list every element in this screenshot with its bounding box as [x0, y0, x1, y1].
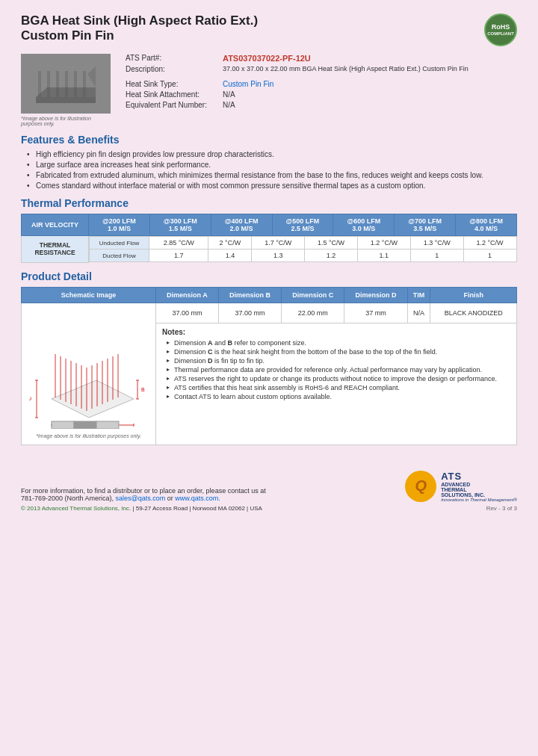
note-3: Dimension D is fin tip to fin tip.: [167, 357, 510, 365]
dim-d-header: Dimension D: [344, 287, 407, 303]
dim-b-value: 37.00 mm: [218, 303, 281, 323]
ducted-v5: 1.1: [357, 250, 410, 262]
dim-c-header: Dimension C: [282, 287, 344, 303]
rohs-text: RoHS: [492, 23, 510, 31]
footer: For more information, to find a distribu…: [21, 463, 517, 512]
thermal-resistance-label: THERMAL RESISTANCE: [22, 236, 89, 263]
product-detail-title: Product Detail: [21, 270, 517, 282]
finish-header: Finish: [430, 287, 517, 303]
ats-full2: THERMAL: [441, 487, 517, 492]
svg-rect-42: [74, 421, 96, 429]
header: BGA Heat Sink (High Aspect Ratio Ext.) C…: [21, 13, 517, 46]
tim-header: TIM: [407, 287, 430, 303]
ducted-label: Ducted Flow: [90, 250, 149, 262]
schematic-image-cell: C A B: [22, 303, 156, 444]
ducted-v1: 1.7: [149, 250, 208, 262]
note-6: ATS certifies that this heat sink assemb…: [167, 384, 510, 391]
dim-a-header: Dimension A: [156, 287, 219, 303]
website-link[interactable]: www.qats.com.: [175, 495, 220, 502]
col-300lfm: @300 LFM1.5 M/S: [149, 214, 211, 236]
ducted-v7: 1: [463, 250, 516, 262]
notes-section: Notes: Dimension A and B refer to compon…: [156, 323, 516, 406]
page: BGA Heat Sink (High Aspect Ratio Ext.) C…: [0, 0, 538, 756]
unducted-label: Unducted Flow: [90, 237, 149, 250]
dim-b-header: Dimension B: [218, 287, 281, 303]
footer-copyright: © 2013 Advanced Thermal Solutions, Inc. …: [21, 505, 266, 512]
notes-list: Dimension A and B refer to component siz…: [167, 339, 510, 400]
col-200lfm: @200 LFM1.0 M/S: [89, 214, 150, 236]
ats-tagline: Innovations in Thermal Management®: [441, 498, 517, 502]
desc-row: Description: 37.00 x 37.00 x 22.00 mm BG…: [126, 65, 517, 73]
thermal-title: Thermal Performance: [21, 197, 517, 209]
rohs-compliant: COMPLIANT: [487, 31, 514, 37]
title-line2: Custom Pin Fin: [21, 28, 258, 43]
unducted-v7: 1.2 °C/W: [463, 237, 516, 250]
svg-rect-43: [96, 421, 119, 429]
features-list: High efficiency pin fin design provides …: [27, 150, 517, 190]
attachment-value: N/A: [223, 90, 235, 99]
equiv-value: N/A: [223, 101, 235, 109]
contact-text: For more information, to find a distribu…: [21, 487, 266, 495]
tim-value: N/A: [407, 303, 430, 323]
note-5: ATS reserves the right to update or chan…: [167, 375, 510, 382]
ducted-v6: 1: [410, 250, 463, 262]
note-1: Dimension A and B refer to component siz…: [167, 339, 510, 347]
note-4: Thermal performance data are provided fo…: [167, 366, 510, 374]
part-label: ATS Part#:: [126, 54, 223, 63]
ats-full1: ADVANCED: [441, 482, 517, 487]
phone: 781-769-2000 (North America),: [21, 495, 114, 502]
ats-name: ATS: [441, 471, 517, 482]
col-600lfm: @600 LFM3.0 M/S: [333, 214, 395, 236]
unducted-v4: 1.5 °C/W: [305, 237, 358, 250]
svg-text:B: B: [141, 387, 145, 392]
unducted-v5: 1.2 °C/W: [357, 237, 410, 250]
notes-title: Notes:: [162, 328, 510, 336]
feature-item-3: Fabricated from extruded aluminum, which…: [27, 171, 517, 179]
part-number: ATS037037022-PF-12U: [223, 54, 311, 63]
contact-details: 781-769-2000 (North America), sales@qats…: [21, 495, 266, 502]
feature-item-4: Comes standard without interface materia…: [27, 182, 517, 190]
note-7: Contact ATS to learn about custom option…: [167, 393, 510, 400]
ats-full3: SOLUTIONS, INC.: [441, 492, 517, 498]
dim-d-value: 37 mm: [344, 303, 407, 323]
heatsink-svg: [25, 56, 107, 112]
product-image-box: [21, 54, 111, 114]
footer-left: For more information, to find a distribu…: [21, 487, 266, 512]
col-500lfm: @500 LFM2.5 M/S: [272, 214, 333, 236]
equiv-row: Equivalent Part Number: N/A: [126, 101, 517, 109]
svg-rect-0: [36, 97, 96, 103]
type-label: Heat Sink Type:: [126, 80, 223, 88]
equiv-label: Equivalent Part Number:: [126, 101, 223, 109]
ats-logo-text: ATS ADVANCED THERMAL SOLUTIONS, INC. Inn…: [441, 471, 517, 502]
ats-logo-circle: Q: [405, 471, 436, 502]
air-velocity-header: AIR VELOCITY: [22, 214, 89, 236]
product-detail-table: Schematic Image Dimension A Dimension B …: [21, 287, 517, 445]
svg-marker-15: [52, 380, 134, 418]
type-value: Custom Pin Fin: [223, 80, 273, 88]
feature-item-2: Large surface area increases heat sink p…: [27, 161, 517, 169]
footer-logo: Q ATS ADVANCED THERMAL SOLUTIONS, INC. I…: [405, 471, 517, 502]
features-title: Features & Benefits: [21, 134, 517, 146]
unducted-v3: 1.7 °C/W: [252, 237, 305, 250]
logo-q: Q: [415, 477, 427, 495]
attachment-row: Heat Sink Attachment: N/A: [126, 90, 517, 99]
schematic-caption: *Image above is for illustration purpose…: [28, 433, 149, 439]
address: | 59-27 Access Road | Norwood MA 02062 |…: [132, 505, 262, 512]
attachment-label: Heat Sink Attachment:: [126, 90, 223, 99]
product-details: ATS Part#: ATS037037022-PF-12U Descripti…: [126, 54, 517, 126]
svg-text:C: C: [29, 396, 32, 400]
unducted-v1: 2.85 °C/W: [149, 237, 208, 250]
ducted-v4: 1.2: [305, 250, 358, 262]
col-400lfm: @400 LFM2.0 M/S: [211, 214, 272, 236]
dim-a-value: 37.00 mm: [156, 303, 219, 323]
copyright-text: © 2013 Advanced Thermal Solutions, Inc.: [21, 505, 131, 512]
or-text: or: [167, 495, 176, 502]
svg-rect-41: [52, 421, 74, 429]
finish-value: BLACK ANODIZED: [430, 303, 517, 323]
unducted-v2: 2 °C/W: [208, 237, 252, 250]
image-caption: *Image above is for illustration purpose…: [21, 116, 111, 126]
type-row: Heat Sink Type: Custom Pin Fin: [126, 80, 517, 88]
col-800lfm: @800 LFM4.0 M/S: [456, 214, 517, 236]
email-link[interactable]: sales@qats.com: [116, 495, 166, 502]
header-title: BGA Heat Sink (High Aspect Ratio Ext.) C…: [21, 13, 258, 43]
